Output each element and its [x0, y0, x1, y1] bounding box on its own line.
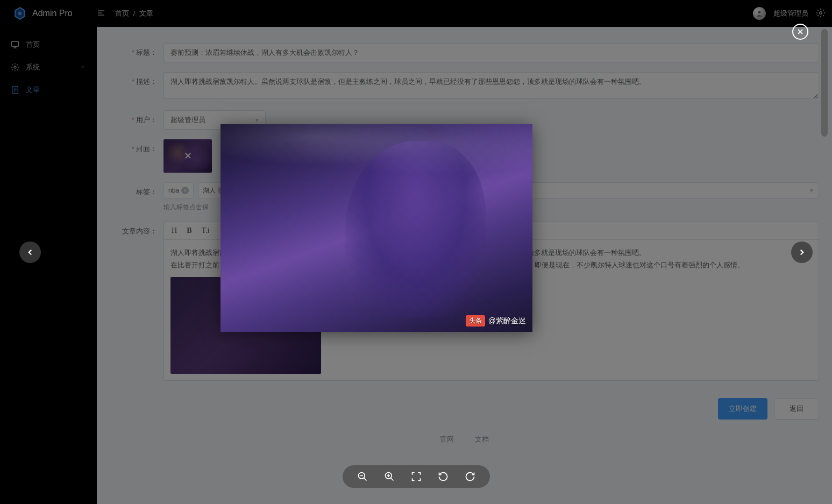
lightbox-next-button[interactable]: [791, 242, 813, 263]
image-watermark: 头条 @紫醉金迷: [466, 315, 526, 326]
lightbox-image[interactable]: 头条 @紫醉金迷: [221, 124, 532, 332]
fullscreen-icon[interactable]: [410, 471, 422, 482]
watermark-badge: 头条: [466, 315, 485, 326]
zoom-out-icon[interactable]: [357, 471, 368, 482]
svg-line-20: [390, 478, 393, 481]
svg-line-17: [364, 478, 366, 481]
lightbox-close-button[interactable]: [792, 24, 808, 40]
lightbox-toolbar: [343, 465, 490, 488]
image-lightbox: 头条 @紫醉金迷: [0, 0, 832, 504]
zoom-in-icon[interactable]: [383, 471, 395, 482]
rotate-right-icon[interactable]: [464, 471, 476, 482]
lightbox-prev-button[interactable]: [19, 242, 41, 263]
rotate-left-icon[interactable]: [437, 471, 449, 482]
watermark-text: @紫醉金迷: [488, 316, 526, 326]
